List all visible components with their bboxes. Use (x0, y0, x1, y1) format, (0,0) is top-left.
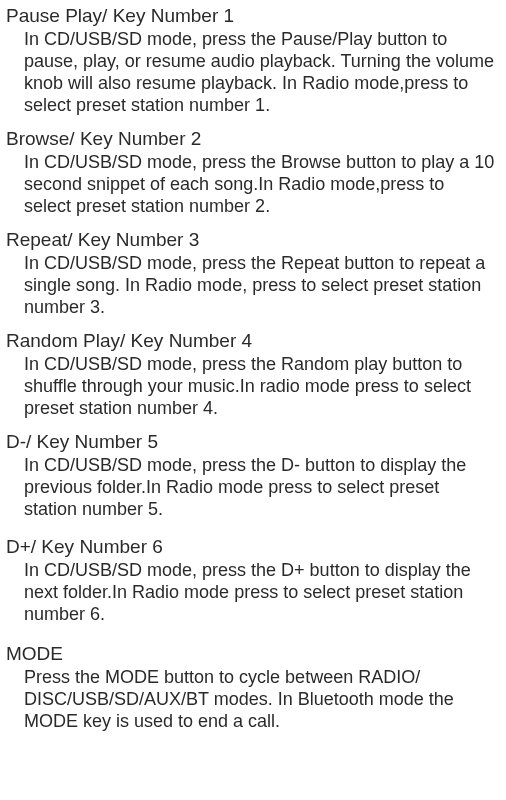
section-body: In CD/USB/SD mode, press the D+ button t… (6, 560, 500, 626)
section-mode: MODE Press the MODE button to cycle betw… (6, 642, 500, 733)
section-body: In CD/USB/SD mode, press the Pause/Play … (6, 29, 500, 117)
section-browse: Browse/ Key Number 2 In CD/USB/SD mode, … (6, 127, 500, 218)
section-body: In CD/USB/SD mode, press the Repeat butt… (6, 253, 500, 319)
section-title: D-/ Key Number 5 (6, 430, 500, 453)
section-d-minus: D-/ Key Number 5 In CD/USB/SD mode, pres… (6, 430, 500, 521)
section-body: Press the MODE button to cycle between R… (6, 667, 500, 733)
section-title: MODE (6, 642, 500, 665)
section-title: Random Play/ Key Number 4 (6, 329, 500, 352)
section-random-play: Random Play/ Key Number 4 In CD/USB/SD m… (6, 329, 500, 420)
section-body: In CD/USB/SD mode, press the D- button t… (6, 455, 500, 521)
section-title: Browse/ Key Number 2 (6, 127, 500, 150)
section-title: D+/ Key Number 6 (6, 535, 500, 558)
section-title: Repeat/ Key Number 3 (6, 228, 500, 251)
section-pause-play: Pause Play/ Key Number 1 In CD/USB/SD mo… (6, 4, 500, 117)
section-repeat: Repeat/ Key Number 3 In CD/USB/SD mode, … (6, 228, 500, 319)
section-title: Pause Play/ Key Number 1 (6, 4, 500, 27)
section-body: In CD/USB/SD mode, press the Browse butt… (6, 152, 500, 218)
section-d-plus: D+/ Key Number 6 In CD/USB/SD mode, pres… (6, 535, 500, 626)
section-body: In CD/USB/SD mode, press the Random play… (6, 354, 500, 420)
